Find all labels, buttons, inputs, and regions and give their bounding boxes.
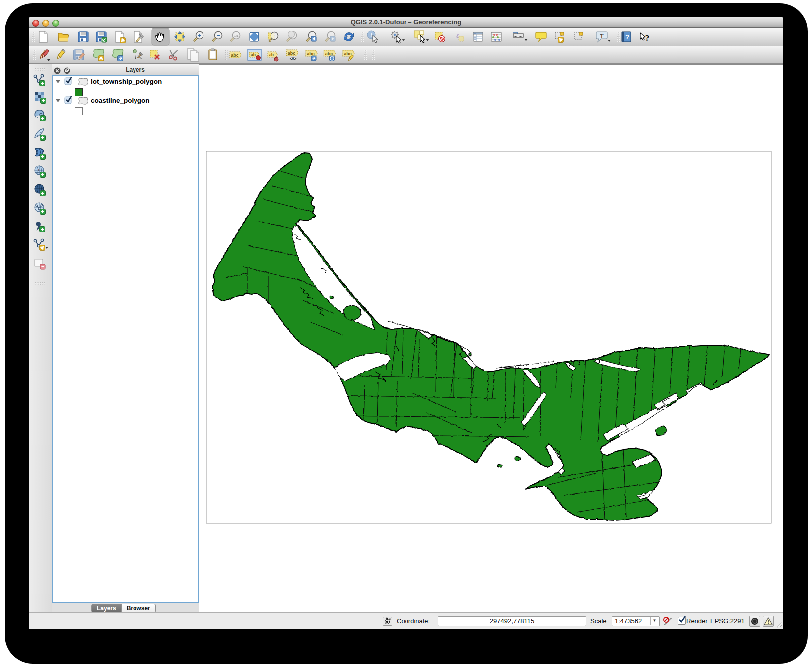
svg-text:T: T [600,33,604,40]
svg-text:coastline_polygon: coastline_polygon [91,97,150,104]
svg-text:T: T [38,168,40,172]
svg-text:lot_township_polygon: lot_township_polygon [91,78,162,85]
svg-text:?: ? [645,33,650,43]
svg-text:1:1: 1:1 [234,34,239,37]
svg-text:ab: ab [251,52,256,57]
svg-text:?: ? [625,33,629,41]
svg-text:ab: ab [269,52,274,57]
